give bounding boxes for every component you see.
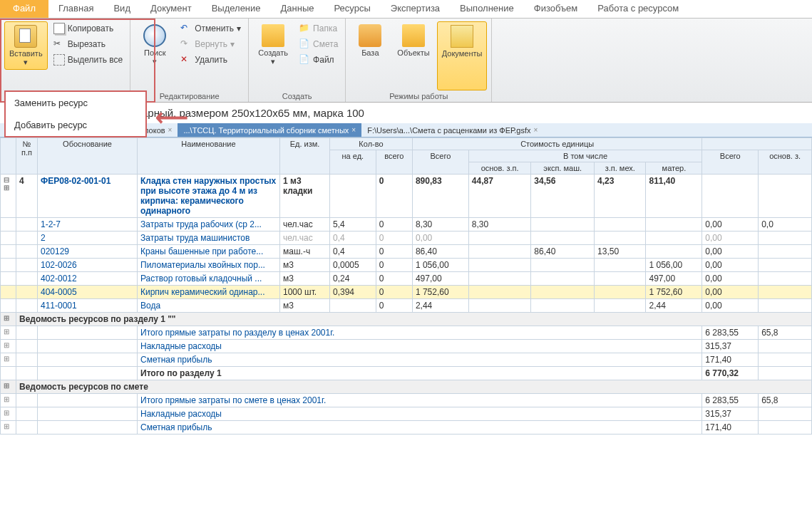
summary-row[interactable]: ⊞Накладные расходы315,37 bbox=[1, 407, 812, 421]
cell[interactable]: 0,00 bbox=[702, 299, 759, 313]
cell[interactable] bbox=[468, 299, 531, 313]
cell[interactable] bbox=[16, 286, 38, 299]
cell[interactable]: м3 bbox=[280, 299, 330, 313]
cell[interactable]: 0 bbox=[376, 272, 412, 286]
cell[interactable] bbox=[595, 232, 646, 245]
expand-toggle[interactable] bbox=[1, 272, 16, 286]
doctab-2[interactable]: ...\ТССЦ. Территориальный сборник сметны… bbox=[178, 123, 361, 137]
cell[interactable]: 0,00 bbox=[702, 218, 759, 232]
cell-name[interactable]: Раствор готовый кладочный ... bbox=[138, 272, 280, 286]
cell[interactable]: 404-0005 bbox=[38, 286, 138, 299]
folder-button[interactable]: 📁Папка bbox=[296, 21, 341, 36]
col-base[interactable]: основ. з.п. bbox=[468, 162, 531, 175]
cell[interactable]: 1-2-7 bbox=[38, 218, 138, 232]
col-incl[interactable]: В том числе bbox=[468, 150, 702, 162]
cell[interactable]: 34,56 bbox=[531, 175, 595, 218]
section-row[interactable]: ⊞Ведомость ресурсов по смете bbox=[1, 380, 812, 394]
cell[interactable] bbox=[16, 259, 38, 272]
cell[interactable]: 0,00 bbox=[702, 286, 759, 299]
cell[interactable]: чел.час bbox=[280, 232, 330, 245]
cell[interactable]: 2 bbox=[38, 232, 138, 245]
col-qtytot[interactable]: всего bbox=[376, 150, 412, 175]
cell[interactable]: 8,30 bbox=[412, 218, 468, 232]
cell[interactable] bbox=[759, 232, 812, 245]
cell-name[interactable]: Кирпич керамический одинар... bbox=[138, 286, 280, 299]
paste-button[interactable]: Вставить▾ bbox=[4, 21, 48, 70]
tab-file[interactable]: Файл bbox=[0, 0, 48, 18]
cell[interactable]: 2,44 bbox=[646, 299, 702, 313]
cell[interactable] bbox=[16, 272, 38, 286]
expand-toggle[interactable] bbox=[1, 232, 16, 245]
search-button[interactable]: Поиск▾ bbox=[135, 21, 175, 90]
tab-view[interactable]: Вид bbox=[103, 0, 140, 18]
tab-work[interactable]: Работа с ресурсом bbox=[587, 0, 689, 18]
expand-toggle[interactable] bbox=[1, 286, 16, 299]
expand-toggle[interactable]: ⊟ ⊞ bbox=[1, 175, 16, 218]
expand-toggle[interactable] bbox=[1, 245, 16, 259]
cell[interactable]: м3 bbox=[280, 259, 330, 272]
col-mach[interactable]: эксп. маш. bbox=[531, 162, 595, 175]
objects-button[interactable]: Объекты bbox=[393, 21, 433, 90]
cell-name[interactable]: Затраты труда рабочих (ср 2... bbox=[138, 218, 280, 232]
cell[interactable]: 0,00 bbox=[702, 259, 759, 272]
cell[interactable]: 0,00 bbox=[702, 245, 759, 259]
cell[interactable] bbox=[531, 272, 595, 286]
delete-button[interactable]: ✕Удалить bbox=[178, 53, 244, 67]
cell[interactable]: 1000 шт. bbox=[280, 286, 330, 299]
cell[interactable] bbox=[468, 245, 531, 259]
cell[interactable]: 411-0001 bbox=[38, 299, 138, 313]
cell[interactable]: 1 056,00 bbox=[646, 259, 702, 272]
cell[interactable]: 1 752,60 bbox=[646, 286, 702, 299]
dropdown-replace-resource[interactable]: Заменить ресурс bbox=[6, 92, 145, 114]
cell[interactable]: 0 bbox=[376, 286, 412, 299]
cell[interactable]: 890,83 bbox=[412, 175, 468, 218]
tab-document[interactable]: Документ bbox=[140, 0, 202, 18]
cell[interactable] bbox=[595, 286, 646, 299]
cell[interactable] bbox=[759, 299, 812, 313]
cell[interactable] bbox=[531, 299, 595, 313]
cell[interactable] bbox=[595, 259, 646, 272]
cell[interactable]: 102-0026 bbox=[38, 259, 138, 272]
cell-name[interactable]: Вода bbox=[138, 299, 280, 313]
documents-button[interactable]: Документы bbox=[437, 21, 488, 90]
copy-button[interactable]: Копировать bbox=[51, 21, 126, 36]
cell[interactable]: 44,87 bbox=[468, 175, 531, 218]
cell[interactable] bbox=[468, 286, 531, 299]
cell[interactable]: чел.час bbox=[280, 218, 330, 232]
cell-name[interactable]: Кладка стен наружных простых при высоте … bbox=[138, 175, 280, 218]
total-row[interactable]: Итого по разделу 16 770,32 bbox=[1, 367, 812, 380]
cell[interactable] bbox=[16, 299, 38, 313]
cell[interactable]: 402-0012 bbox=[38, 272, 138, 286]
col-costtot[interactable]: Всего bbox=[412, 150, 468, 175]
cell[interactable]: 0,00 bbox=[702, 232, 759, 245]
col-unit[interactable]: Ед. изм. bbox=[280, 138, 330, 175]
col-cost[interactable]: Стоимость единицы bbox=[412, 138, 701, 150]
col-qtyper[interactable]: на ед. bbox=[330, 150, 376, 175]
expand-toggle[interactable] bbox=[1, 259, 16, 272]
col-mat[interactable]: матер. bbox=[646, 162, 702, 175]
cell[interactable] bbox=[531, 259, 595, 272]
cell[interactable]: 0 bbox=[376, 175, 412, 218]
col-qty[interactable]: Кол-во bbox=[330, 138, 413, 150]
expand-toggle[interactable] bbox=[1, 299, 16, 313]
doctab-3[interactable]: F:\Users\a...\Смета с расценками из ФЕР.… bbox=[361, 123, 543, 137]
cell[interactable]: 811,40 bbox=[646, 175, 702, 218]
cell[interactable] bbox=[468, 232, 531, 245]
tab-exec[interactable]: Выполнение bbox=[450, 0, 524, 18]
cell[interactable] bbox=[702, 175, 759, 218]
col-mech[interactable]: з.п. мех. bbox=[595, 162, 646, 175]
col-gtotal[interactable]: Всего bbox=[702, 150, 759, 175]
summary-row[interactable]: ⊞Сметная прибыль171,40 bbox=[1, 421, 812, 435]
cell[interactable]: 4 bbox=[16, 175, 38, 218]
cell[interactable]: 86,40 bbox=[412, 245, 468, 259]
cell[interactable]: 13,50 bbox=[595, 245, 646, 259]
tab-selection[interactable]: Выделение bbox=[202, 0, 271, 18]
cell[interactable] bbox=[595, 299, 646, 313]
cell[interactable]: м3 bbox=[280, 272, 330, 286]
table-row[interactable]: 404-0005Кирпич керамический одинар... 10… bbox=[1, 286, 812, 299]
tab-expert[interactable]: Экспертиза bbox=[381, 0, 450, 18]
table-row[interactable]: 402-0012Раствор готовый кладочный ... м3… bbox=[1, 272, 812, 286]
cell[interactable]: 86,40 bbox=[531, 245, 595, 259]
cell[interactable]: 0,24 bbox=[330, 272, 376, 286]
cell[interactable]: ФЕР08-02-001-01 bbox=[38, 175, 138, 218]
